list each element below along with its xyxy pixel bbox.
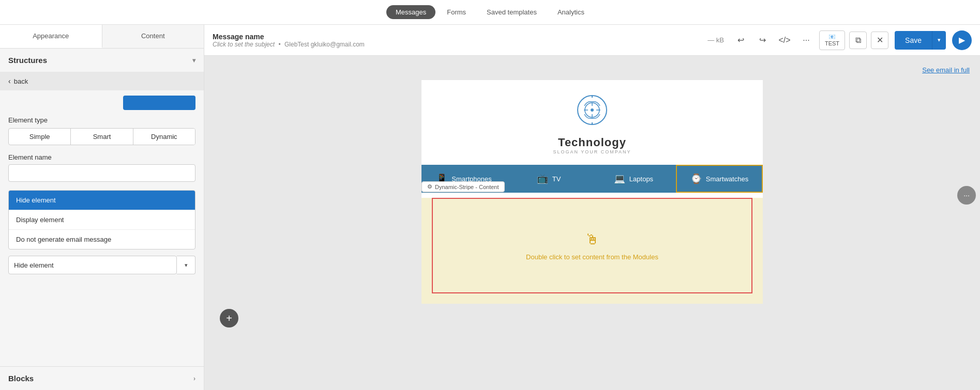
toggle-smart[interactable]: Smart <box>71 129 133 145</box>
top-navigation: Messages Forms Saved templates Analytics <box>0 0 980 25</box>
message-name-label: Message name <box>213 33 701 41</box>
element-name-label: Element name <box>8 153 195 161</box>
test-icon: 📧 <box>828 34 836 40</box>
laptops-label: Laptops <box>629 175 653 183</box>
redo-button[interactable]: ↪ <box>754 32 772 49</box>
main-layout: Appearance Content Structures ▾ ‹ back E… <box>0 25 980 390</box>
email-nav-smartwatches[interactable]: ⌚ Smartwatches <box>676 165 763 193</box>
test-button[interactable]: 📧 TEST <box>819 30 845 50</box>
email-preview-area: See email in full <box>204 56 980 390</box>
click-to-set-subject[interactable]: Click to set the subject <box>213 41 275 48</box>
undo-button[interactable]: ↩ <box>732 32 750 49</box>
tv-icon: 📺 <box>537 173 548 184</box>
nav-messages[interactable]: Messages <box>386 5 435 19</box>
code-button[interactable]: </> <box>776 32 793 49</box>
element-name-input[interactable] <box>8 164 195 182</box>
svg-point-4 <box>591 108 594 112</box>
message-sub-line: Click to set the subject • GlebTest gklu… <box>213 41 701 48</box>
email-nav-tv[interactable]: 📺 TV <box>506 165 591 193</box>
toggle-simple[interactable]: Simple <box>9 129 71 145</box>
smartwatches-label: Smartwatches <box>706 175 748 183</box>
sidebar: Appearance Content Structures ▾ ‹ back E… <box>0 25 204 390</box>
toggle-dynamic[interactable]: Dynamic <box>133 129 195 145</box>
visibility-dropdown-row: Hide element ▾ <box>8 256 195 274</box>
visibility-options-list: Hide element Display element Do not gene… <box>8 190 195 249</box>
back-button[interactable]: ‹ back <box>0 72 204 90</box>
blocks-label: Blocks <box>8 374 34 383</box>
add-icon: + <box>226 313 232 324</box>
nav-forms[interactable]: Forms <box>438 5 475 19</box>
email-yellow-section: ⚙ Dynamic-Stripe - Content 🖱 Double clic… <box>421 198 763 304</box>
dynamic-stripe-text: Dynamic-Stripe - Content <box>435 184 499 190</box>
structures-header[interactable]: Structures ▾ <box>0 49 204 72</box>
drop-zone-text: Double click to set content from the Mod… <box>526 253 658 261</box>
dropdown-arrow-icon[interactable]: ▾ <box>177 256 195 274</box>
element-type-toggle: Simple Smart Dynamic <box>8 128 195 145</box>
option-display-element[interactable]: Display element <box>9 210 195 230</box>
save-dropdown-button[interactable]: ▾ <box>932 31 946 50</box>
back-arrow-icon: ‹ <box>8 77 11 85</box>
dynamic-stripe-label: ⚙ Dynamic-Stripe - Content <box>421 181 505 192</box>
logo-subtext: SLOGAN YOUR COMPANY <box>553 149 631 154</box>
message-email: GlebTest gkluiko@gmail.com <box>284 41 365 48</box>
add-section-button[interactable]: + <box>220 309 238 327</box>
see-email-full-link[interactable]: See email in full <box>922 66 970 74</box>
save-button[interactable]: Save <box>895 31 932 50</box>
smartwatches-icon: ⌚ <box>690 173 702 184</box>
blocks-chevron-icon: › <box>193 375 195 382</box>
more-circle-button[interactable]: ··· <box>957 186 976 205</box>
element-type-label: Element type <box>8 116 195 124</box>
structures-chevron-icon: ▾ <box>192 57 195 64</box>
gear-icon: ⚙ <box>427 183 432 190</box>
tv-label: TV <box>552 175 561 183</box>
separator-dot: • <box>278 41 280 48</box>
logo-text: Technology <box>558 136 626 149</box>
sidebar-tabs: Appearance Content <box>0 25 204 49</box>
save-button-group: Save ▾ <box>895 31 946 50</box>
nav-analytics[interactable]: Analytics <box>548 5 594 19</box>
play-button[interactable]: ▶ <box>952 30 972 50</box>
content-area: Message name Click to set the subject • … <box>204 25 980 390</box>
back-label: back <box>14 77 28 85</box>
laptops-icon: 💻 <box>614 173 625 184</box>
option-no-generate[interactable]: Do not generate email message <box>9 230 195 249</box>
structures-label: Structures <box>8 56 47 65</box>
kb-label: — kB <box>707 36 724 44</box>
content-drop-zone[interactable]: 🖱 Double click to set content from the M… <box>432 198 752 293</box>
drop-cursor-icon: 🖱 <box>585 231 599 248</box>
blue-bar-decoration <box>123 96 195 110</box>
tab-appearance[interactable]: Appearance <box>0 25 102 48</box>
message-info: Message name Click to set the subject • … <box>213 33 701 48</box>
header-bar: Message name Click to set the subject • … <box>204 25 980 56</box>
more-options-button[interactable]: ··· <box>797 32 815 49</box>
test-label: TEST <box>825 41 839 46</box>
sidebar-scrollable-content: Element type Simple Smart Dynamic Elemen… <box>0 90 204 366</box>
email-nav-laptops[interactable]: 💻 Laptops <box>591 165 676 193</box>
email-container: Technology SLOGAN YOUR COMPANY 📱 Smartph… <box>421 80 763 304</box>
email-logo-section: Technology SLOGAN YOUR COMPANY <box>421 80 763 165</box>
nav-saved-templates[interactable]: Saved templates <box>477 5 546 19</box>
option-hide-element[interactable]: Hide element <box>9 191 195 210</box>
header-icons: ↩ ↪ </> ··· 📧 TEST ⧉ ✕ <box>732 30 888 50</box>
blocks-section[interactable]: Blocks › <box>0 366 204 390</box>
brain-logo-icon <box>571 90 613 132</box>
more-icon: ··· <box>963 191 970 199</box>
visibility-dropdown[interactable]: Hide element <box>8 256 177 274</box>
copy-button[interactable]: ⧉ <box>849 32 867 49</box>
close-button[interactable]: ✕ <box>871 32 888 49</box>
blue-bar-row <box>8 90 195 110</box>
tab-content[interactable]: Content <box>102 25 204 48</box>
